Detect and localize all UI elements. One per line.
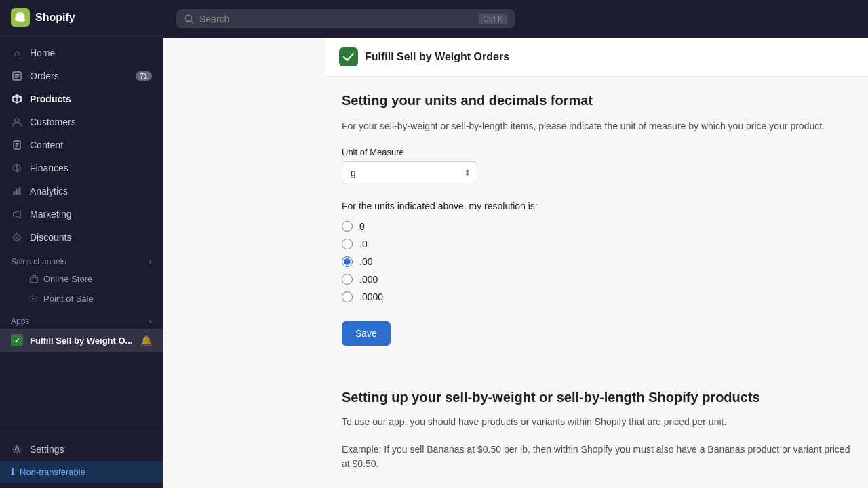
resolution-radio-1[interactable]: [342, 239, 353, 249]
sidebar-item-label: Marketing: [30, 209, 71, 220]
sidebar-item-label: Online Store: [43, 274, 92, 284]
home-icon: ⌂: [11, 47, 23, 59]
topbar: Ctrl K: [163, 0, 868, 38]
resolution-radio-2[interactable]: [342, 256, 353, 267]
resolution-option-1[interactable]: .0: [342, 239, 852, 249]
svg-rect-19: [31, 277, 37, 283]
non-transferable-bar[interactable]: ℹ Non-transferable: [0, 461, 163, 483]
svg-point-16: [16, 236, 17, 237]
section-divider: [342, 373, 852, 373]
shopify-logo-text: Shopify: [35, 12, 75, 24]
sales-channels-section[interactable]: Sales channels ›: [0, 249, 163, 269]
resolution-label-2[interactable]: .00: [359, 256, 372, 267]
unit-select[interactable]: g kg lb oz mm cm m in ft: [342, 161, 477, 184]
search-box[interactable]: Ctrl K: [176, 9, 515, 28]
resolution-label-0[interactable]: 0: [359, 221, 365, 232]
section2-description1: To use our app, you should have products…: [342, 415, 852, 429]
sidebar-item-label: Products: [30, 94, 71, 104]
sidebar-item-label: Fulfill Sell by Weight O...: [30, 336, 132, 346]
sidebar-item-finances[interactable]: Finances: [0, 157, 163, 180]
discounts-icon: [11, 231, 23, 243]
resolution-radio-3[interactable]: [342, 274, 353, 285]
sidebar-item-label: Analytics: [30, 186, 68, 197]
resolution-option-3[interactable]: .000: [342, 274, 852, 285]
resolution-radio-group: 0 .0 .00 .000 .0000: [342, 221, 852, 302]
sidebar-item-customers[interactable]: Customers: [0, 110, 163, 134]
sidebar-item-settings[interactable]: Settings: [0, 438, 163, 461]
settings-icon: [11, 443, 23, 455]
non-transferable-label: Non-transferable: [20, 467, 85, 477]
sidebar-item-label: Home: [30, 47, 55, 58]
sidebar-item-analytics[interactable]: Analytics: [0, 180, 163, 203]
section2-title: Setting up your sell-by-weight or sell-b…: [342, 390, 852, 405]
svg-point-17: [18, 238, 19, 239]
apps-label: Apps: [11, 317, 29, 326]
content-area: Setting your units and decimals format F…: [326, 77, 868, 488]
page-app-icon: [339, 47, 358, 66]
analytics-icon: [11, 185, 23, 197]
svg-line-25: [191, 21, 194, 24]
sidebar-item-fulfill-app[interactable]: ✓ Fulfill Sell by Weight O... 🔔: [0, 329, 163, 352]
sidebar-item-products[interactable]: Products: [0, 87, 163, 110]
section1-description: For your sell-by-weight or sell-by-lengt…: [342, 119, 852, 134]
svg-rect-12: [14, 191, 16, 195]
apps-section[interactable]: Apps ›: [0, 308, 163, 329]
save-button[interactable]: Save: [342, 321, 391, 346]
svg-point-6: [15, 119, 19, 123]
sales-channels-label: Sales channels: [11, 257, 66, 266]
customers-icon: [11, 116, 23, 128]
marketing-icon: [11, 208, 23, 220]
sidebar-item-orders[interactable]: Orders 71: [0, 64, 163, 87]
sales-channels-chevron: ›: [149, 257, 152, 266]
page-title: Fulfill Sell by Weight Orders: [365, 51, 509, 63]
svg-rect-13: [16, 189, 18, 195]
orders-icon: [11, 70, 23, 82]
section2-description2: Example: If you sell Bananas at $0.50 pe…: [342, 443, 852, 471]
resolution-radio-0[interactable]: [342, 221, 353, 232]
orders-badge: 71: [136, 71, 152, 81]
shopify-logo[interactable]: Shopify: [11, 8, 75, 27]
resolution-section: For the units indicated above, my resolu…: [342, 201, 852, 302]
search-icon: [184, 14, 194, 24]
sidebar-item-home[interactable]: ⌂ Home: [0, 41, 163, 64]
resolution-radio-4[interactable]: [342, 291, 353, 302]
resolution-option-0[interactable]: 0: [342, 221, 852, 232]
sidebar-item-label: Customers: [30, 117, 76, 127]
settings-label: Settings: [30, 444, 64, 455]
sidebar-item-label: Content: [30, 140, 63, 150]
resolution-label-3[interactable]: .000: [359, 274, 378, 285]
resolution-label-1[interactable]: .0: [359, 239, 368, 249]
sidebar-item-point-of-sale[interactable]: Point of Sale: [0, 289, 163, 308]
main-content: Fulfill Sell by Weight Orders Setting yo…: [326, 38, 868, 488]
unit-select-wrapper: g kg lb oz mm cm m in ft: [342, 161, 477, 184]
resolution-label: For the units indicated above, my resolu…: [342, 201, 852, 211]
sidebar-item-content[interactable]: Content: [0, 134, 163, 157]
finances-icon: [11, 162, 23, 174]
search-input[interactable]: [199, 14, 473, 24]
sidebar-navigation: ⌂ Home Orders 71 Products Customers: [0, 36, 163, 432]
sidebar-item-label: Point of Sale: [43, 293, 94, 304]
sidebar-item-label: Discounts: [30, 232, 71, 243]
svg-rect-20: [31, 296, 37, 302]
content-icon: [11, 139, 23, 151]
app-icon: ✓: [11, 334, 23, 346]
svg-point-23: [16, 448, 19, 451]
sidebar-item-marketing[interactable]: Marketing: [0, 203, 163, 226]
apps-chevron: ›: [149, 317, 152, 326]
notification-icon: 🔔: [140, 335, 152, 346]
shopify-logo-icon: [11, 8, 30, 27]
products-icon: [11, 93, 23, 105]
sidebar: Shopify ⌂ Home Orders 71 Products Custom…: [0, 0, 163, 488]
sidebar-footer: Settings ℹ Non-transferable: [0, 432, 163, 488]
resolution-label-4[interactable]: .0000: [359, 291, 383, 302]
info-icon: ℹ: [11, 466, 14, 477]
sidebar-item-discounts[interactable]: Discounts: [0, 226, 163, 249]
search-shortcut: Ctrl K: [479, 14, 507, 24]
resolution-option-2[interactable]: .00: [342, 256, 852, 267]
page-header: Fulfill Sell by Weight Orders: [326, 38, 868, 77]
section1-title: Setting your units and decimals format: [342, 93, 852, 108]
sidebar-item-online-store[interactable]: Online Store: [0, 269, 163, 289]
sidebar-item-label: Orders: [30, 70, 59, 81]
resolution-option-4[interactable]: .0000: [342, 291, 852, 302]
sidebar-item-label: Finances: [30, 163, 68, 174]
